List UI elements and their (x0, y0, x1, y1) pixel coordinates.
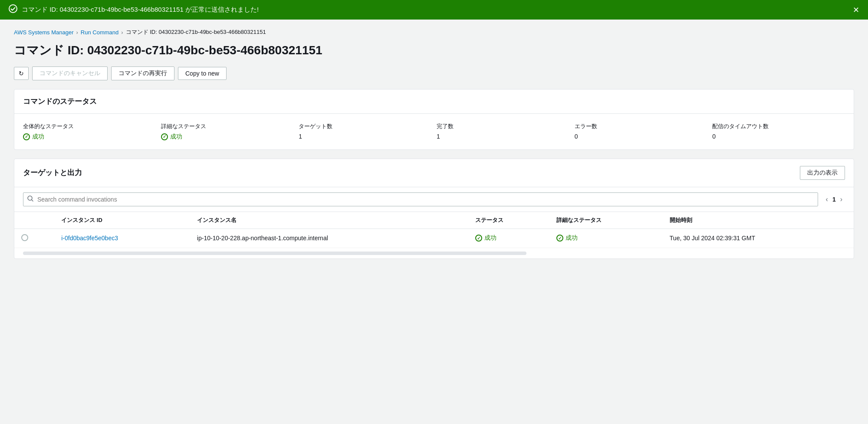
status-label-2: ターゲット数 (299, 123, 431, 130)
pagination-next-button[interactable]: › (838, 194, 845, 205)
targets-card-title: ターゲットと出力 (23, 168, 82, 178)
status-item-0: 全体的なステータス 成功 (23, 123, 156, 141)
pagination-controls: ‹ 1 › (823, 194, 845, 205)
col-header-1: インスタンス ID (54, 212, 190, 229)
table-header: インスタンス IDインスタンス名ステータス詳細なステータス開始時刻 (14, 212, 854, 229)
search-pagination-row: ‹ 1 › (14, 187, 854, 212)
search-input[interactable] (23, 192, 818, 206)
svg-point-0 (9, 5, 17, 13)
breadcrumb: AWS Systems Manager › Run Command › コマンド… (14, 28, 854, 36)
page-title: コマンド ID: 04302230-c71b-49bc-be53-466b803… (14, 43, 854, 58)
col-header-0 (14, 212, 54, 229)
breadcrumb-home-link[interactable]: AWS Systems Manager (14, 29, 74, 36)
search-wrap (23, 192, 818, 206)
table-body: i-0fd0bac9fe5e0bec3ip-10-10-20-228.ap-no… (14, 229, 854, 248)
scroll-area (14, 248, 854, 258)
cancel-button[interactable]: コマンドのキャンセル (32, 66, 108, 80)
status-value-1: 成功 (161, 133, 294, 141)
toolbar: ↻ コマンドのキャンセル コマンドの再実行 Copy to new (14, 66, 854, 80)
status-card-header: コマンドのステータス (14, 89, 854, 114)
row-radio-0[interactable] (14, 229, 54, 248)
status-card: コマンドのステータス 全体的なステータス 成功詳細なステータス 成功ターゲット数… (14, 89, 854, 150)
status-card-title: コマンドのステータス (23, 96, 845, 106)
status-item-5: 配信のタイムアウト数0 (712, 123, 845, 141)
breadcrumb-section-link[interactable]: Run Command (81, 29, 118, 36)
status-value-5: 0 (712, 133, 845, 140)
scroll-bar[interactable] (23, 252, 526, 255)
status-grid: 全体的なステータス 成功詳細なステータス 成功ターゲット数1完了数1エラー数0配… (23, 123, 845, 141)
col-header-3: ステータス (468, 212, 549, 229)
copy-to-new-button[interactable]: Copy to new (178, 67, 227, 80)
success-icon-1 (161, 133, 168, 140)
status-item-2: ターゲット数1 (299, 123, 431, 141)
breadcrumb-current: コマンド ID: 04302230-c71b-49bc-be53-466b803… (126, 28, 266, 36)
rerun-button[interactable]: コマンドの再実行 (111, 66, 174, 80)
instance-id-0: i-0fd0bac9fe5e0bec3 (54, 229, 190, 248)
show-output-button[interactable]: 出力の表示 (800, 166, 845, 180)
status-card-body: 全体的なステータス 成功詳細なステータス 成功ターゲット数1完了数1エラー数0配… (14, 114, 854, 149)
col-header-2: インスタンス名 (190, 212, 468, 229)
status-value-3: 1 (437, 133, 569, 140)
row-detail-icon-0 (556, 235, 563, 242)
pagination-prev-button[interactable]: ‹ (823, 194, 831, 205)
status-item-3: 完了数1 (437, 123, 569, 141)
col-header-5: 開始時刻 (663, 212, 854, 229)
row-start-time-0: Tue, 30 Jul 2024 02:39:31 GMT (663, 229, 854, 248)
table-row: i-0fd0bac9fe5e0bec3ip-10-10-20-228.ap-no… (14, 229, 854, 248)
status-label-4: エラー数 (575, 123, 707, 130)
instances-table: インスタンス IDインスタンス名ステータス詳細なステータス開始時刻 i-0fd0… (14, 212, 854, 248)
radio-button-0[interactable] (21, 234, 28, 241)
main-content: AWS Systems Manager › Run Command › コマンド… (0, 20, 868, 424)
status-label-0: 全体的なステータス (23, 123, 156, 130)
breadcrumb-separator-1: › (76, 29, 78, 36)
breadcrumb-separator-2: › (121, 29, 123, 36)
page-number: 1 (832, 196, 836, 203)
status-value-4: 0 (575, 133, 707, 140)
search-icon (27, 195, 33, 203)
banner-message: コマンド ID: 04302230-c71b-49bc-be53-466b803… (22, 6, 846, 14)
instance-name-0: ip-10-10-20-228.ap-northeast-1.compute.i… (190, 229, 468, 248)
status-value-2: 1 (299, 133, 431, 140)
refresh-button[interactable]: ↻ (14, 67, 29, 80)
svg-line-2 (32, 200, 33, 201)
check-circle-icon (9, 4, 17, 15)
status-item-1: 詳細なステータス 成功 (161, 123, 294, 141)
status-value-0: 成功 (23, 133, 156, 141)
row-status-0: 成功 (468, 229, 549, 248)
col-header-4: 詳細なステータス (549, 212, 663, 229)
instance-id-link-0[interactable]: i-0fd0bac9fe5e0bec3 (61, 235, 118, 242)
status-label-3: 完了数 (437, 123, 569, 130)
row-detail-status-0: 成功 (549, 229, 663, 248)
banner-close-button[interactable]: ✕ (853, 5, 859, 15)
targets-card: ターゲットと出力 出力の表示 ‹ 1 › (14, 159, 854, 259)
status-item-4: エラー数0 (575, 123, 707, 141)
success-banner: コマンド ID: 04302230-c71b-49bc-be53-466b803… (0, 0, 868, 20)
status-label-1: 詳細なステータス (161, 123, 294, 130)
targets-header: ターゲットと出力 出力の表示 (14, 159, 854, 187)
status-label-5: 配信のタイムアウト数 (712, 123, 845, 130)
success-icon-0 (23, 133, 30, 140)
row-status-icon-0 (475, 235, 482, 242)
